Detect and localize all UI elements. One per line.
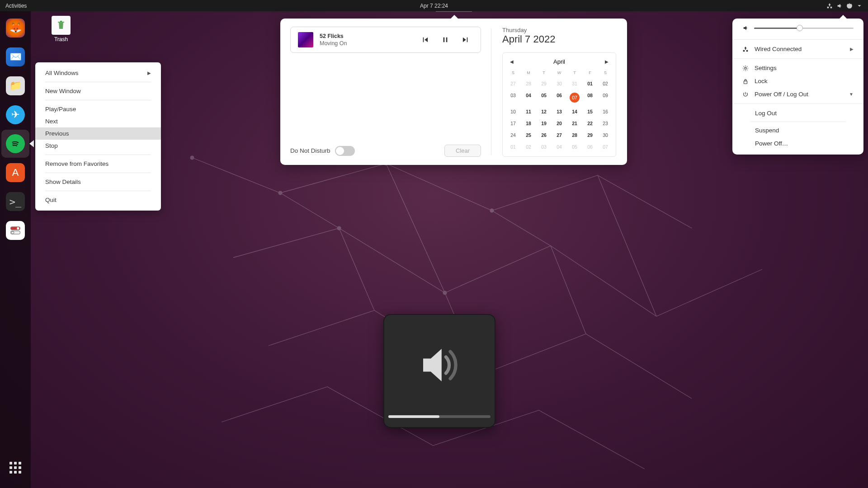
cal-weekday: T bbox=[536, 70, 552, 78]
cal-day[interactable]: 10 bbox=[505, 106, 521, 117]
calendar: ◀ April ▶ SMTWTFS 2728293031010203040506… bbox=[502, 52, 616, 157]
sys-wired[interactable]: Wired Connected ▶ bbox=[732, 42, 863, 56]
cal-day[interactable]: 25 bbox=[521, 129, 536, 141]
trash-desktop-icon[interactable]: Trash bbox=[50, 16, 72, 42]
separator bbox=[45, 82, 151, 82]
cal-day[interactable]: 05 bbox=[536, 89, 552, 106]
cal-weekday: S bbox=[598, 70, 613, 78]
dock-spotify[interactable] bbox=[1, 130, 29, 158]
sys-lock[interactable]: Lock bbox=[732, 75, 863, 88]
dock-tweaks[interactable] bbox=[1, 216, 29, 244]
cal-day[interactable]: 05 bbox=[567, 141, 582, 153]
ctx-next[interactable]: Next bbox=[35, 115, 161, 127]
cal-month-label: April bbox=[553, 58, 565, 65]
svg-point-1 bbox=[278, 191, 282, 195]
cal-next-button[interactable]: ▶ bbox=[605, 59, 609, 64]
cal-day[interactable]: 23 bbox=[598, 117, 613, 129]
volume-osd-icon bbox=[412, 315, 467, 415]
cal-day[interactable]: 29 bbox=[536, 78, 552, 89]
cal-day[interactable]: 15 bbox=[582, 106, 598, 117]
cal-weekday: S bbox=[505, 70, 521, 78]
cal-day[interactable]: 12 bbox=[536, 106, 552, 117]
cal-day[interactable]: 21 bbox=[567, 117, 582, 129]
volume-slider[interactable] bbox=[754, 28, 854, 29]
sys-settings[interactable]: Settings bbox=[732, 61, 863, 75]
ctx-play-pause[interactable]: Play/Pause bbox=[35, 103, 161, 115]
cal-day[interactable]: 03 bbox=[536, 141, 552, 153]
dock-files[interactable]: 📁 bbox=[1, 72, 29, 100]
cal-day[interactable]: 30 bbox=[598, 129, 613, 141]
sys-power-off-logout[interactable]: Power Off / Log Out ▼ bbox=[732, 88, 863, 101]
ctx-show-details[interactable]: Show Details bbox=[35, 176, 161, 188]
ctx-new-window[interactable]: New Window bbox=[35, 85, 161, 97]
cal-day[interactable]: 28 bbox=[521, 78, 536, 89]
cal-day[interactable]: 01 bbox=[582, 78, 598, 89]
dock-terminal[interactable]: >_ bbox=[1, 188, 29, 216]
sys-poweroff[interactable]: Power Off… bbox=[732, 137, 863, 150]
dock-pointer-icon bbox=[29, 140, 34, 147]
cal-day[interactable]: 02 bbox=[521, 141, 536, 153]
cal-day[interactable]: 18 bbox=[521, 117, 536, 129]
cal-day[interactable]: 04 bbox=[521, 89, 536, 106]
clear-button[interactable]: Clear bbox=[444, 145, 481, 157]
sys-suspend[interactable]: Suspend bbox=[732, 124, 863, 137]
cal-day[interactable]: 30 bbox=[552, 78, 567, 89]
svg-point-3 bbox=[490, 209, 494, 212]
cal-day[interactable]: 24 bbox=[505, 129, 521, 141]
svg-point-0 bbox=[190, 156, 194, 160]
separator bbox=[45, 100, 151, 100]
media-next-button[interactable] bbox=[462, 37, 469, 43]
cal-day[interactable]: 02 bbox=[598, 78, 613, 89]
cal-day[interactable]: 31 bbox=[567, 78, 582, 89]
network-icon bbox=[742, 46, 749, 52]
cal-day[interactable]: 03 bbox=[505, 89, 521, 106]
cal-day[interactable]: 27 bbox=[552, 129, 567, 141]
media-prev-button[interactable] bbox=[422, 37, 428, 43]
cal-weekday: F bbox=[582, 70, 598, 78]
cal-day[interactable]: 22 bbox=[582, 117, 598, 129]
show-apps-button[interactable] bbox=[1, 454, 29, 482]
cal-day[interactable]: 16 bbox=[598, 106, 613, 117]
cal-day[interactable]: 27 bbox=[505, 78, 521, 89]
cal-day[interactable]: 07 bbox=[598, 141, 613, 153]
clock-button[interactable]: Apr 7 22:24 bbox=[415, 3, 453, 9]
cal-day[interactable]: 11 bbox=[521, 106, 536, 117]
ctx-stop[interactable]: Stop bbox=[35, 140, 161, 152]
ctx-remove-favorites[interactable]: Remove from Favorites bbox=[35, 158, 161, 170]
media-pause-button[interactable] bbox=[443, 37, 448, 43]
svg-point-5 bbox=[443, 291, 447, 295]
activities-button[interactable]: Activities bbox=[0, 3, 32, 9]
day-name: Thursday bbox=[502, 27, 616, 33]
cal-day[interactable]: 26 bbox=[536, 129, 552, 141]
cal-day[interactable]: 09 bbox=[598, 89, 613, 106]
cal-prev-button[interactable]: ◀ bbox=[510, 59, 514, 64]
cal-day[interactable]: 01 bbox=[505, 141, 521, 153]
status-area[interactable] bbox=[826, 3, 868, 9]
dnd-toggle[interactable] bbox=[335, 146, 355, 156]
ctx-all-windows[interactable]: All Windows ▶ bbox=[35, 67, 161, 79]
svg-rect-12 bbox=[744, 81, 747, 84]
ctx-quit[interactable]: Quit bbox=[35, 194, 161, 206]
dock-software[interactable]: A bbox=[1, 159, 29, 187]
cal-day[interactable]: 07 bbox=[567, 89, 582, 106]
dock-firefox[interactable]: 🦊 bbox=[1, 14, 29, 42]
cal-day[interactable]: 04 bbox=[552, 141, 567, 153]
system-menu: Wired Connected ▶ Settings Lock Power Of… bbox=[732, 19, 863, 155]
cal-day[interactable]: 17 bbox=[505, 117, 521, 129]
cal-day[interactable]: 08 bbox=[582, 89, 598, 106]
cal-day[interactable]: 06 bbox=[582, 141, 598, 153]
ctx-previous[interactable]: Previous bbox=[35, 127, 161, 140]
cal-day[interactable]: 06 bbox=[552, 89, 567, 106]
cal-day[interactable]: 20 bbox=[552, 117, 567, 129]
cal-day[interactable]: 28 bbox=[567, 129, 582, 141]
separator bbox=[45, 191, 151, 191]
cal-day[interactable]: 13 bbox=[552, 106, 567, 117]
cal-day[interactable]: 19 bbox=[536, 117, 552, 129]
cal-day[interactable]: 29 bbox=[582, 129, 598, 141]
svg-point-10 bbox=[12, 231, 14, 234]
power-icon bbox=[846, 3, 853, 9]
sys-logout[interactable]: Log Out bbox=[732, 107, 863, 120]
dock-telegram[interactable]: ✈ bbox=[1, 101, 29, 129]
cal-day[interactable]: 14 bbox=[567, 106, 582, 117]
dock-thunderbird[interactable]: ✉️ bbox=[1, 43, 29, 71]
